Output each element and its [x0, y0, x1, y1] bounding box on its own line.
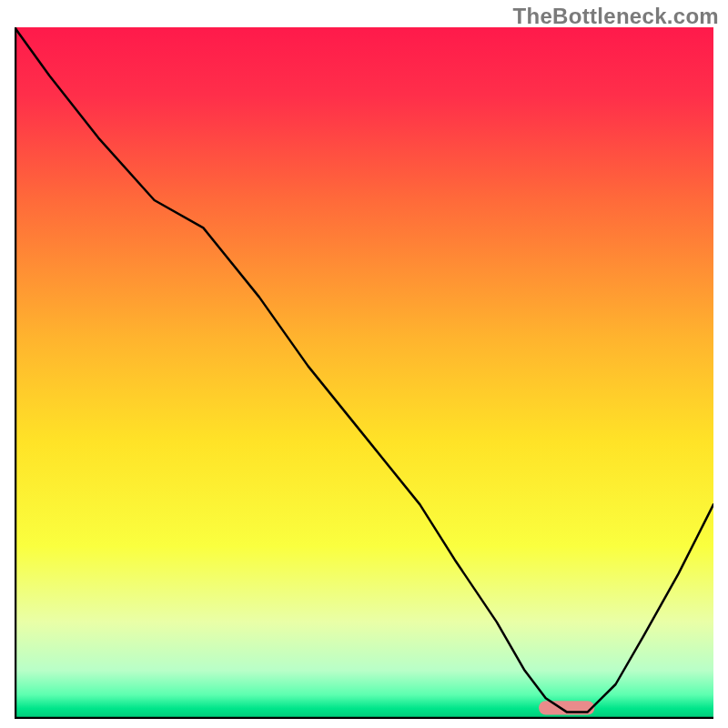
plot-area: [15, 27, 713, 719]
watermark-text: TheBottleneck.com: [513, 4, 719, 29]
curve-layer: [15, 27, 713, 719]
bottleneck-curve: [15, 27, 713, 712]
chart-canvas: TheBottleneck.com: [0, 0, 728, 728]
